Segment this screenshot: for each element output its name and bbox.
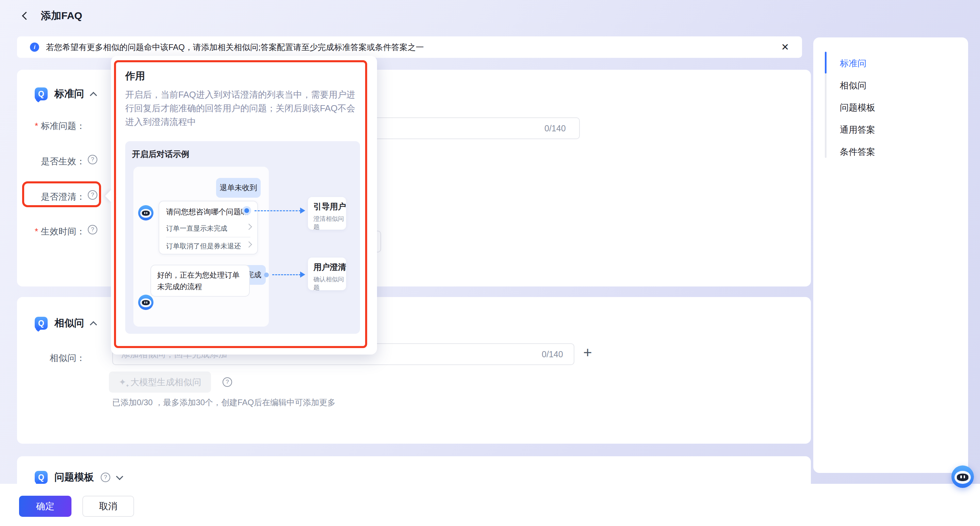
nav-active-indicator [825, 52, 827, 73]
clarify-option: 订单取消了但是券未退还 [166, 242, 241, 251]
anchor-nav: 标准问 相似问 问题模板 通用答案 条件答案 [813, 37, 968, 473]
option-divider [166, 237, 250, 237]
q-badge-icon: Q [35, 471, 48, 484]
dashed-arrow [255, 210, 301, 211]
footer-bar: 确定 取消 [0, 484, 980, 526]
page-title: 添加FAQ [41, 9, 82, 23]
template-section-header: Q 问题模板 ? [35, 470, 122, 484]
standard-section-title: 标准问 [54, 87, 84, 101]
chevron-down-icon[interactable] [116, 473, 123, 480]
banner-text: 若您希望有更多相似的问题命中该FAQ，请添加相关相似问;答案配置请至少完成标准答… [46, 42, 424, 53]
nav-item-template[interactable]: 问题模板 [840, 101, 875, 114]
effective-time-label: *生效时间： [17, 226, 85, 237]
template-section-title: 问题模板 [54, 470, 94, 484]
callout-subtitle: 澄清相似问题 [313, 215, 346, 231]
nav-item-standard[interactable]: 标准问 [840, 56, 866, 70]
q-badge-icon: Q [35, 87, 48, 100]
nav-item-similar[interactable]: 相似问 [840, 79, 866, 92]
bot-avatar-icon [138, 295, 153, 310]
callout-subtitle: 确认相似问题 [313, 275, 346, 292]
tooltip-title: 作用 [125, 69, 145, 83]
chevron-up-icon[interactable] [90, 92, 97, 99]
connector-dot [244, 208, 249, 213]
cancel-button[interactable]: 取消 [82, 496, 134, 517]
page-header: 添加FAQ [21, 9, 82, 23]
effective-time-help-icon[interactable]: ? [88, 225, 97, 234]
callout-title: 用户澄清 [313, 262, 346, 273]
arrowhead-icon [300, 272, 305, 278]
tooltip-description: 开启后，当前FAQ进入到对话澄清的列表当中，需要用户进行回复后才能准确的回答用户… [125, 88, 363, 129]
bot-avatar-icon [138, 205, 153, 221]
dialog-example-box: 开启后对话示例 退单未收到 请问您想咨询哪个问题呢 订单一直显示未完成 订单取消… [125, 141, 360, 334]
assistant-fab[interactable] [951, 466, 974, 488]
callout-title: 引导用户 [313, 201, 346, 212]
add-similar-icon[interactable]: + [583, 344, 592, 361]
similar-section-header: Q 相似问 [35, 316, 96, 330]
clarify-tooltip: 作用 开启后，当前FAQ进入到对话澄清的列表当中，需要用户进行回复后才能准确的回… [111, 56, 377, 354]
chevron-right-icon [246, 224, 252, 230]
template-help-icon[interactable]: ? [101, 473, 110, 482]
clarify-option: 订单一直显示未完成 [166, 224, 227, 233]
generate-similar-button[interactable]: ✦ 大模型生成相似问 [109, 372, 211, 393]
standard-question-counter: 0/140 [544, 124, 566, 133]
arrowhead-icon [300, 208, 305, 214]
bot-clarify-card: 请问您想咨询哪个问题呢 订单一直显示未完成 订单取消了但是券未退还 [159, 201, 258, 254]
generate-similar-label: 大模型生成相似问 [130, 376, 201, 388]
clarify-highlight-box [22, 181, 101, 207]
connector-dot [264, 273, 269, 277]
guide-user-callout: 引导用户 澄清相似问题 [308, 197, 346, 230]
bot-reply-card: 好的，正在为您处理订单未完成的流程 [150, 265, 250, 297]
nav-item-condition[interactable]: 条件答案 [840, 145, 875, 159]
chevron-up-icon[interactable] [90, 321, 97, 328]
chevron-right-icon [246, 241, 252, 247]
similar-question-hint: 已添加0/30 ，最多添加30个，创建FAQ后在编辑中可添加更多 [112, 397, 336, 408]
example-title: 开启后对话示例 [132, 149, 189, 160]
standard-question-label: *标准问题： [17, 120, 85, 132]
banner-close-icon[interactable]: ✕ [781, 37, 789, 58]
is-active-label: 是否生效： [17, 156, 85, 167]
confirm-button[interactable]: 确定 [19, 496, 72, 517]
bot-question-text: 请问您想咨询哪个问题呢 [166, 207, 248, 217]
sparkle-icon: ✦ [119, 377, 126, 388]
info-banner: i 若您希望有更多相似的问题命中该FAQ，请添加相关相似问;答案配置请至少完成标… [17, 37, 802, 58]
info-icon: i [30, 43, 39, 52]
similar-question-counter: 0/140 [542, 350, 563, 359]
similar-question-label: 相似问： [17, 352, 85, 364]
nav-item-general[interactable]: 通用答案 [840, 123, 875, 137]
generate-similar-help-icon[interactable]: ? [223, 377, 232, 387]
back-icon[interactable] [21, 11, 30, 21]
similar-section-title: 相似问 [54, 316, 84, 330]
user-clarify-callout: 用户澄清 确认相似问题 [308, 257, 346, 290]
is-active-help-icon[interactable]: ? [88, 155, 97, 164]
standard-section-header: Q 标准问 [35, 87, 96, 101]
add-faq-page: 添加FAQ i 若您希望有更多相似的问题命中该FAQ，请添加相关相似问;答案配置… [0, 0, 980, 526]
user-message-bubble: 退单未收到 [216, 178, 261, 198]
dashed-arrow [272, 274, 301, 275]
q-badge-icon: Q [35, 317, 48, 330]
chat-example-panel: 退单未收到 请问您想咨询哪个问题呢 订单一直显示未完成 订单取消了但是券未退还 … [134, 167, 269, 327]
